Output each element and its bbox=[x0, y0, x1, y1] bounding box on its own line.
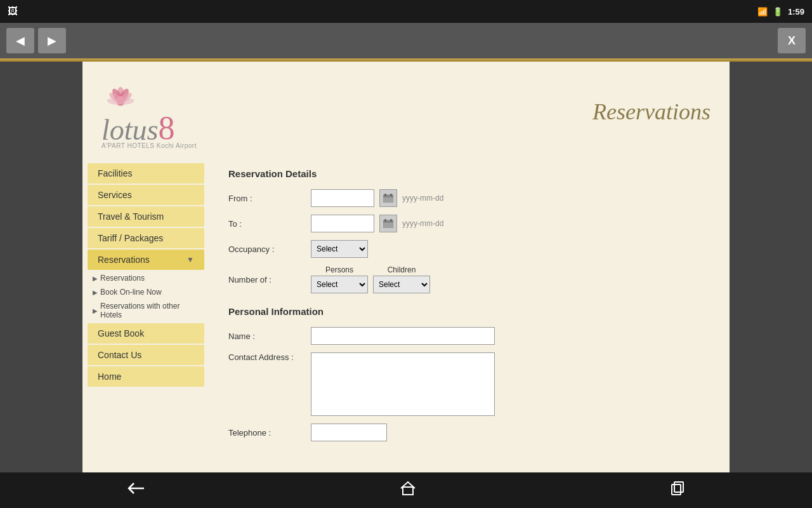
to-field: yyyy-mm-dd bbox=[311, 215, 443, 232]
page-title: Reservations bbox=[593, 98, 710, 125]
sidebar-item-guestbook-label: Guest Book bbox=[98, 328, 144, 338]
sidebar-sub-menu: ▶ Reservations ▶ Book On-line Now ▶ Rese… bbox=[82, 271, 209, 322]
bottom-bar bbox=[0, 472, 812, 508]
sidebar: Facilities Services Travel & Tourism Tar… bbox=[82, 156, 209, 462]
sub-book-online-label: Book On-line Now bbox=[100, 288, 162, 297]
sidebar-item-contact-label: Contact Us bbox=[98, 350, 141, 360]
telephone-field bbox=[311, 424, 387, 441]
to-input[interactable] bbox=[311, 215, 374, 232]
children-label: Children bbox=[373, 265, 430, 274]
sidebar-item-tariff-label: Tariff / Packages bbox=[98, 233, 163, 243]
sub-reservations-label: Reservations bbox=[100, 274, 145, 283]
svg-rect-19 bbox=[384, 219, 386, 222]
svg-rect-27 bbox=[403, 487, 413, 495]
image-icon: 🖼 bbox=[8, 6, 18, 17]
name-label: Name : bbox=[228, 331, 311, 341]
sidebar-item-home-label: Home bbox=[98, 371, 121, 382]
nav-bar: ◀ ▶ X bbox=[0, 23, 812, 58]
sidebar-item-tariff[interactable]: Tariff / Packages bbox=[88, 228, 204, 248]
personal-info-section: Personal Information bbox=[228, 306, 710, 317]
svg-rect-10 bbox=[384, 194, 386, 196]
recents-icon bbox=[671, 481, 684, 495]
sidebar-item-contact[interactable]: Contact Us bbox=[88, 345, 204, 365]
page-header: lotus 8 A'PART HOTELS Kochi Airport Rese… bbox=[82, 62, 730, 156]
android-home-button[interactable] bbox=[388, 476, 428, 505]
name-field bbox=[311, 327, 495, 345]
arrow-icon-3: ▶ bbox=[93, 307, 98, 314]
sidebar-sub-reservations[interactable]: ▶ Reservations bbox=[88, 271, 204, 285]
sidebar-item-facilities[interactable]: Facilities bbox=[88, 163, 204, 184]
close-button[interactable]: X bbox=[778, 28, 806, 53]
to-date-hint: yyyy-mm-dd bbox=[402, 219, 443, 228]
arrow-icon: ▶ bbox=[93, 275, 98, 282]
occupancy-field: Select bbox=[311, 240, 368, 258]
telephone-row: Telephone : bbox=[228, 424, 710, 441]
from-date-hint: yyyy-mm-dd bbox=[402, 194, 443, 203]
number-of-label: Number of : bbox=[228, 275, 311, 284]
android-recents-button[interactable] bbox=[658, 476, 697, 504]
status-bar-left: 🖼 bbox=[8, 6, 18, 17]
persons-children-selects: Select Select bbox=[311, 276, 430, 293]
contact-address-label: Contact Address : bbox=[228, 352, 311, 362]
sidebar-item-reservations[interactable]: Reservations ▼ bbox=[88, 250, 204, 270]
svg-rect-29 bbox=[674, 482, 683, 492]
sidebar-item-guestbook[interactable]: Guest Book bbox=[88, 323, 204, 344]
sidebar-item-services[interactable]: Services bbox=[88, 185, 204, 205]
wifi-icon: 📶 bbox=[757, 7, 768, 17]
name-row: Name : bbox=[228, 327, 710, 345]
to-calendar-button[interactable] bbox=[379, 215, 397, 232]
persons-label: Persons bbox=[311, 265, 368, 274]
to-label: To : bbox=[228, 219, 311, 229]
status-bar-right: 📶 🔋 1:59 bbox=[757, 7, 804, 17]
occupancy-select[interactable]: Select bbox=[311, 240, 368, 258]
telephone-input[interactable] bbox=[311, 424, 387, 441]
sidebar-item-travel-label: Travel & Tourism bbox=[98, 211, 164, 222]
sidebar-item-facilities-label: Facilities bbox=[98, 168, 132, 178]
from-input[interactable] bbox=[311, 189, 374, 207]
sidebar-sub-book-online[interactable]: ▶ Book On-line Now bbox=[88, 285, 204, 299]
reservation-details-title: Reservation Details bbox=[228, 168, 710, 179]
android-back-button[interactable] bbox=[115, 477, 158, 504]
back-button[interactable]: ◀ bbox=[6, 28, 34, 53]
sidebar-item-home[interactable]: Home bbox=[88, 366, 204, 387]
svg-rect-28 bbox=[672, 485, 681, 495]
children-select[interactable]: Select bbox=[373, 276, 430, 293]
from-label: From : bbox=[228, 194, 311, 203]
logo-text: lotus 8 bbox=[102, 112, 174, 145]
forward-button[interactable]: ▶ bbox=[38, 28, 66, 53]
contact-address-input[interactable] bbox=[311, 352, 495, 416]
logo-number: 8 bbox=[158, 112, 174, 145]
clock: 1:59 bbox=[788, 7, 804, 17]
from-field: yyyy-mm-dd bbox=[311, 189, 443, 207]
number-of-row: Number of : Persons Children Select Sele… bbox=[228, 265, 710, 293]
sidebar-item-travel[interactable]: Travel & Tourism bbox=[88, 206, 204, 227]
from-calendar-button[interactable] bbox=[379, 189, 397, 207]
svg-rect-11 bbox=[390, 194, 392, 196]
main-content: Reservation Details From : bbox=[209, 156, 730, 462]
sidebar-item-services-label: Services bbox=[98, 190, 132, 200]
nav-buttons: ◀ ▶ bbox=[6, 28, 66, 53]
to-row: To : bbox=[228, 215, 710, 232]
persons-children-labels: Persons Children bbox=[311, 265, 430, 274]
body-layout: Facilities Services Travel & Tourism Tar… bbox=[82, 156, 730, 462]
lotus-flower-icon bbox=[102, 74, 140, 109]
logo-tagline: A'PART HOTELS Kochi Airport bbox=[102, 142, 197, 149]
battery-icon: 🔋 bbox=[773, 7, 783, 17]
persons-select[interactable]: Select bbox=[311, 276, 368, 293]
occupancy-row: Occupancy : Select bbox=[228, 240, 710, 258]
contact-address-field bbox=[311, 352, 495, 416]
name-input[interactable] bbox=[311, 327, 495, 345]
back-arrow-icon bbox=[128, 482, 145, 495]
calendar-icon-2 bbox=[383, 219, 393, 228]
logo-area: lotus 8 A'PART HOTELS Kochi Airport bbox=[102, 74, 197, 149]
logo-word1: lotus bbox=[102, 116, 158, 145]
arrow-icon-2: ▶ bbox=[93, 289, 98, 296]
svg-rect-20 bbox=[390, 219, 392, 222]
home-icon bbox=[400, 481, 416, 496]
sidebar-item-reservations-label: Reservations bbox=[98, 255, 150, 265]
personal-info-title: Personal Information bbox=[228, 306, 710, 317]
sidebar-sub-other-hotels[interactable]: ▶ Reservations with other Hotels bbox=[88, 299, 204, 322]
telephone-label: Telephone : bbox=[228, 428, 311, 438]
number-of-fields: Persons Children Select Select bbox=[311, 265, 430, 293]
contact-address-row: Contact Address : bbox=[228, 352, 710, 416]
